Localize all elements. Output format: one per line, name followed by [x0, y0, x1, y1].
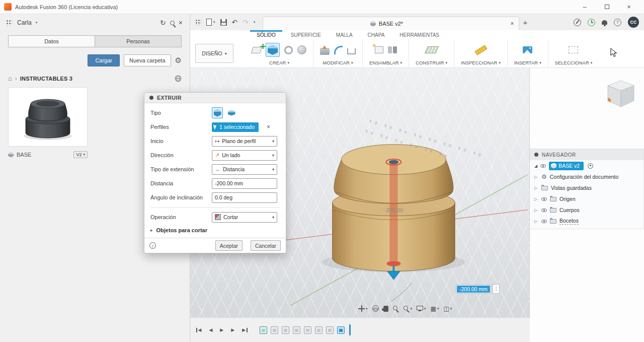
fillet-icon[interactable]	[334, 46, 343, 54]
view-cube[interactable]	[605, 79, 636, 109]
display-settings[interactable]: ▾	[417, 306, 426, 312]
job-status-clock-icon[interactable]	[588, 19, 595, 26]
refresh-icon[interactable]: ↻	[160, 19, 166, 27]
joint-icon[interactable]	[388, 46, 397, 53]
activate-radio-icon[interactable]	[588, 163, 593, 169]
tab-superficie[interactable]: SUPERFICIE	[291, 30, 321, 39]
workspace-selector[interactable]: DISEÑO ▾	[195, 44, 233, 63]
model-thumbnail-card[interactable]	[8, 87, 88, 147]
collapse-dot-icon[interactable]	[149, 96, 153, 100]
tab-personas[interactable]: Personas	[95, 35, 182, 47]
settings-gear-icon[interactable]: ⚙	[175, 56, 182, 65]
timeline-feature[interactable]	[282, 326, 289, 334]
distance-inline-input[interactable]: -200.00 mm	[456, 285, 491, 294]
extrude-tool-active[interactable]	[266, 43, 280, 57]
cancel-button[interactable]: Cancelar	[251, 240, 281, 251]
operation-select[interactable]: Cortar ▾	[212, 212, 277, 223]
visibility-eye-icon[interactable]	[541, 220, 547, 223]
tab-datos[interactable]: Datos	[8, 35, 95, 47]
redo-icon[interactable]: ↷	[243, 18, 249, 26]
orbit-tool[interactable]	[372, 305, 379, 312]
step-forward-button[interactable]: ▶	[231, 327, 234, 332]
seleccionar-menu[interactable]: SELECCIONAR▾	[555, 60, 593, 65]
maximize-button[interactable]	[596, 0, 618, 14]
extrude-type-solid-button[interactable]	[212, 107, 223, 118]
browser-header[interactable]: NAVEGADOR	[530, 149, 643, 160]
press-pull-icon[interactable]	[320, 48, 330, 55]
viewports-settings[interactable]: ◫▾	[443, 306, 452, 312]
timeline-feature[interactable]	[304, 326, 311, 334]
chevron-down-icon[interactable]: ▾	[36, 21, 38, 25]
clear-selection-icon[interactable]: ×	[267, 123, 270, 130]
modificar-menu[interactable]: MODIFICAR▾	[323, 60, 353, 65]
ensamblar-menu[interactable]: ENSAMBLAR▾	[369, 60, 402, 65]
taper-angle-input[interactable]	[212, 192, 277, 203]
data-panel-toggle-icon[interactable]	[195, 19, 201, 25]
sync-globe-icon[interactable]	[175, 75, 182, 82]
timeline-feature[interactable]	[271, 326, 278, 334]
hand-pan-tool[interactable]	[383, 306, 388, 312]
extrude-arrow-manipulator[interactable]	[387, 271, 400, 280]
browser-row-root[interactable]: ◢ BASE v2	[530, 160, 643, 171]
browser-row-doc-settings[interactable]: ▷ ⚙ Configuración del documento	[530, 171, 643, 182]
measure-icon[interactable]	[474, 45, 487, 55]
version-dropdown[interactable]: V2 ▾	[73, 151, 88, 158]
profiles-selected-chip[interactable]: 1 seleccionado	[212, 122, 259, 132]
timeline-scrubber[interactable]	[349, 324, 351, 335]
team-grid-icon[interactable]	[6, 20, 12, 26]
model-name[interactable]: BASE	[17, 152, 70, 158]
tab-solido[interactable]: SÓLIDO	[257, 30, 276, 39]
team-selector[interactable]: Carla	[17, 19, 32, 26]
tab-herramientas[interactable]: HERRAMIENTAS	[399, 30, 439, 39]
corner-triangle-icon[interactable]: ◢	[534, 164, 537, 168]
start-select[interactable]: ↦ Plano de perfil ▾	[212, 136, 277, 147]
insert-canvas-icon[interactable]	[523, 46, 532, 53]
expand-arrow-icon[interactable]: ▷	[534, 219, 538, 224]
visibility-eye-icon[interactable]	[540, 164, 546, 168]
play-button[interactable]: ▶	[220, 327, 223, 332]
inspeccionar-menu[interactable]: INSPECCIONAR▾	[461, 60, 501, 65]
grid-settings[interactable]: ▦▾	[431, 306, 439, 312]
timeline-feature[interactable]	[293, 326, 300, 334]
visibility-eye-icon[interactable]	[541, 197, 547, 201]
undo-icon[interactable]: ↶	[232, 18, 238, 26]
go-to-start-button[interactable]: ◀	[196, 327, 201, 332]
revolve-icon[interactable]	[284, 46, 293, 54]
manipulator-menu-icon[interactable]: ⋮	[493, 284, 500, 294]
save-icon[interactable]	[220, 19, 227, 26]
notifications-bell-icon[interactable]	[602, 20, 607, 25]
step-back-button[interactable]: ◀	[209, 327, 212, 332]
objects-to-cut-section[interactable]: ▸ Objetos para cortar	[150, 224, 280, 236]
visibility-eye-icon[interactable]	[541, 209, 547, 212]
pan-tool[interactable]: ▾	[358, 305, 368, 312]
browser-row-bodies[interactable]: ▷ Cuerpos	[530, 204, 643, 216]
close-tab-icon[interactable]: ×	[510, 20, 514, 27]
timeline-sketch-feature[interactable]	[260, 326, 267, 334]
extent-select[interactable]: ↔ Distancia ▾	[212, 164, 277, 175]
home-icon[interactable]: ⌂	[8, 75, 12, 82]
timeline-active-extrude[interactable]	[337, 326, 345, 334]
expand-arrow-icon[interactable]: ▷	[534, 197, 538, 201]
new-tab-button[interactable]: +	[519, 18, 532, 27]
account-avatar[interactable]: CC	[628, 17, 639, 28]
project-name[interactable]: INSTRUCTABLES 3	[20, 76, 72, 82]
distance-input[interactable]	[212, 178, 277, 189]
sphere-icon[interactable]	[297, 45, 306, 54]
create-sketch-icon[interactable]	[251, 47, 262, 53]
expand-arrow-icon[interactable]: ▷	[534, 175, 538, 179]
expand-arrow-icon[interactable]: ▷	[534, 186, 538, 190]
zoom-tool[interactable]	[393, 306, 399, 312]
dialog-header[interactable]: EXTRUIR	[144, 93, 286, 103]
minimize-button[interactable]: –	[574, 0, 596, 14]
shell-icon[interactable]	[347, 48, 356, 54]
root-component-selected[interactable]: BASE v2	[549, 162, 584, 170]
accept-button[interactable]: Aceptar	[215, 240, 243, 251]
chevron-down-icon[interactable]: ▾	[254, 20, 256, 24]
extensions-compass-icon[interactable]	[574, 19, 581, 26]
tab-malla[interactable]: MALLA	[336, 30, 353, 39]
info-icon[interactable]: i	[149, 242, 156, 249]
extrude-type-thin-button[interactable]	[226, 107, 237, 118]
document-tab[interactable]: BASE v2* ×	[263, 17, 519, 30]
new-component-icon[interactable]	[375, 46, 383, 53]
help-icon[interactable]: ?	[614, 19, 621, 26]
